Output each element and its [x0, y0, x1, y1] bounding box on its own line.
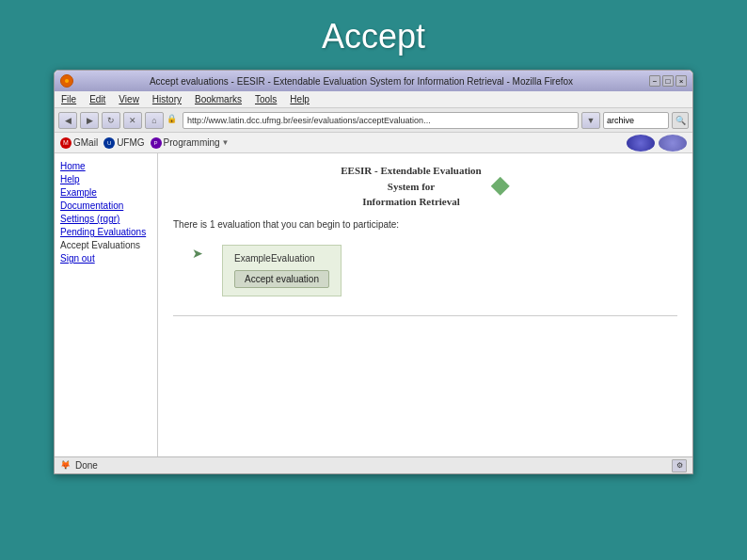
- menu-bar: File Edit View History Bookmarks Tools H…: [55, 91, 692, 108]
- title-bar: Accept evaluations - EESIR - Extendable …: [55, 71, 692, 91]
- bookmarks-bar: M GMail U UFMG P Programming ▼: [55, 133, 692, 153]
- browser-decorations: [627, 135, 687, 152]
- sidebar-item-accept[interactable]: Accept Evaluations: [60, 240, 151, 250]
- menu-history[interactable]: History: [150, 94, 184, 104]
- header-line1: EESIR - Extendable Evaluation: [341, 163, 481, 179]
- status-text: Done: [75, 460, 98, 471]
- home-button[interactable]: ⌂: [145, 112, 164, 129]
- header-line2: System for: [341, 179, 481, 195]
- page-title: Accept: [322, 17, 425, 56]
- sidebar-item-home[interactable]: Home: [60, 161, 151, 171]
- address-lock-icon: 🔒: [167, 114, 180, 127]
- maximize-button[interactable]: □: [662, 75, 674, 87]
- sidebar-item-documentation[interactable]: Documentation: [60, 200, 151, 211]
- bookmark-programming-label: Programming: [164, 137, 220, 148]
- browser-globe2-icon: [659, 135, 687, 152]
- bookmark-ufmg-label: UFMG: [117, 137, 144, 148]
- content-area: Home Help Example Documentation Settings…: [55, 153, 692, 456]
- close-button[interactable]: ×: [675, 75, 687, 87]
- content-divider: [173, 315, 677, 316]
- back-button[interactable]: ◀: [58, 112, 77, 129]
- archive-input[interactable]: [603, 112, 669, 129]
- header-diamond-icon: [491, 177, 510, 196]
- window-controls: − □ ×: [649, 75, 687, 87]
- minimize-button[interactable]: −: [649, 75, 660, 87]
- bookmark-programming[interactable]: P Programming ▼: [151, 137, 230, 149]
- menu-tools[interactable]: Tools: [252, 94, 279, 104]
- bookmark-gmail[interactable]: M GMail: [60, 137, 98, 149]
- gmail-icon: M: [60, 137, 72, 149]
- search-button[interactable]: 🔍: [672, 112, 689, 129]
- sidebar-item-pending[interactable]: Pending Evaluations: [60, 227, 151, 237]
- browser-globe-icon: [627, 135, 655, 152]
- browser-window: Accept evaluations - EESIR - Extendable …: [54, 70, 693, 474]
- bookmark-gmail-label: GMail: [73, 137, 98, 148]
- programming-icon: P: [151, 137, 162, 149]
- programming-dropdown-icon: ▼: [222, 138, 230, 147]
- menu-help[interactable]: Help: [287, 94, 312, 104]
- evaluation-name: ExampleEvaluation: [234, 253, 329, 264]
- stop-button[interactable]: ✕: [123, 112, 142, 129]
- archive-section: 🔍: [603, 112, 689, 129]
- forward-button[interactable]: ▶: [80, 112, 99, 129]
- sidebar: Home Help Example Documentation Settings…: [55, 153, 158, 456]
- sidebar-item-signout[interactable]: Sign out: [60, 253, 151, 264]
- menu-bookmarks[interactable]: Bookmarks: [192, 94, 245, 104]
- address-input[interactable]: [183, 112, 579, 129]
- menu-file[interactable]: File: [58, 94, 79, 104]
- firefox-icon: [60, 74, 73, 88]
- sidebar-item-settings[interactable]: Settings (rggr): [60, 214, 151, 224]
- arrow-container: ➤: [192, 245, 203, 262]
- reload-button[interactable]: ↻: [102, 112, 120, 129]
- menu-edit[interactable]: Edit: [87, 94, 108, 104]
- window-title: Accept evaluations - EESIR - Extendable …: [77, 76, 645, 87]
- bookmark-ufmg[interactable]: U UFMG: [103, 137, 144, 149]
- evaluation-section: ➤ ExampleEvaluation Accept evaluation: [173, 245, 677, 296]
- nav-bar: ◀ ▶ ↻ ✕ ⌂ 🔒 ▼ 🔍: [55, 108, 692, 133]
- description-text: There is 1 evaluation that you can begin…: [173, 219, 677, 230]
- ufmg-icon: U: [103, 137, 115, 149]
- status-icon: 🦊: [60, 460, 72, 472]
- menu-view[interactable]: View: [116, 94, 142, 104]
- sidebar-item-help[interactable]: Help: [60, 174, 151, 184]
- status-right-icon: ⚙: [672, 459, 687, 472]
- evaluation-card: ExampleEvaluation Accept evaluation: [222, 245, 342, 296]
- address-bar-container: 🔒 ▼: [167, 112, 600, 129]
- page-header: EESIR - Extendable Evaluation System for…: [173, 163, 677, 210]
- arrow-icon: ➤: [192, 246, 203, 261]
- svg-point-1: [65, 79, 69, 83]
- page-content: EESIR - Extendable Evaluation System for…: [158, 153, 692, 456]
- sidebar-item-example[interactable]: Example: [60, 187, 151, 198]
- header-line3: Information Retrieval: [341, 194, 481, 210]
- status-bar: 🦊 Done ⚙: [55, 456, 692, 473]
- accept-evaluation-button[interactable]: Accept evaluation: [234, 270, 329, 288]
- address-go-button[interactable]: ▼: [581, 112, 600, 129]
